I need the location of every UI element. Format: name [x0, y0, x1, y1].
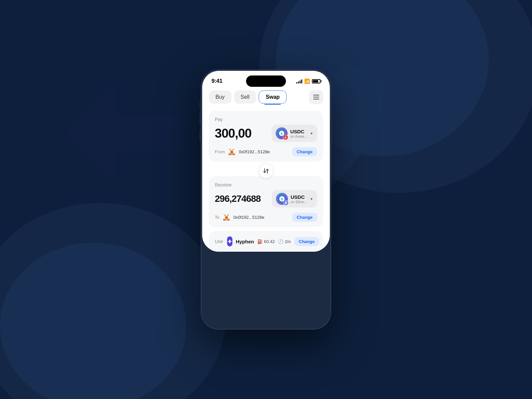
receive-token-selector[interactable]: $ USDC on Et: [272, 190, 317, 207]
receive-amount: 296,274688: [215, 194, 261, 204]
clock-icon: 🕐: [278, 239, 283, 244]
tab-bar: Buy Sell Swap: [209, 89, 323, 104]
cost-item: ⛽ €0.42: [257, 239, 275, 244]
receive-token-info: USDC on Ether...: [291, 194, 307, 204]
tab-swap[interactable]: Swap: [259, 90, 287, 104]
power-button: [331, 121, 332, 141]
receive-change-button[interactable]: Change: [292, 213, 317, 222]
ethereum-badge: [283, 200, 289, 205]
app-content: Buy Sell Swap Pay 300,00: [202, 89, 330, 252]
menu-line-3: [313, 99, 319, 99]
use-label: Use: [215, 239, 223, 244]
silent-button: [200, 101, 201, 109]
svg-marker-25: [233, 152, 233, 153]
menu-button[interactable]: [309, 90, 323, 104]
avalanche-badge: A: [283, 135, 288, 140]
status-icons: 📶: [296, 78, 321, 84]
receive-token-icon: $: [276, 193, 288, 205]
pay-token-name: USDC: [290, 129, 307, 134]
receive-main-row: 296,274688 $: [215, 190, 317, 207]
hyphen-name: Hyphen: [236, 239, 254, 244]
use-change-button[interactable]: Change: [294, 237, 320, 246]
pay-token-chevron: ▼: [310, 132, 313, 135]
swap-arrow-container: [209, 164, 323, 178]
wifi-icon: 📶: [304, 78, 310, 84]
pay-token-info: USDC on Avala...: [290, 129, 307, 138]
status-time: 9:41: [211, 78, 222, 84]
swap-arrows-icon: [263, 168, 269, 174]
receive-token-name: USDC: [291, 194, 307, 200]
svg-marker-33: [232, 148, 235, 152]
dynamic-island: [246, 75, 286, 87]
svg-marker-24: [230, 152, 231, 153]
use-bar: Use Hyphen ⛽ €0.42 🕐 2m: [209, 231, 323, 252]
pay-main-row: 300,00 $ A: [215, 125, 317, 142]
pay-label: Pay: [215, 117, 317, 122]
phone-screen: 9:41 📶 Buy Sell: [202, 71, 330, 252]
receive-token-chain: on Ether...: [291, 200, 307, 204]
svg-text:$: $: [281, 198, 283, 201]
menu-line-1: [313, 95, 319, 95]
receive-address-text: 0x0f192...5128e: [233, 215, 264, 220]
receive-card: Receive 296,274688 $: [209, 176, 323, 227]
pay-address-row: From: [215, 147, 317, 156]
from-label: From: [215, 149, 225, 154]
signal-icon: [296, 79, 302, 83]
receive-address-row: To: [215, 213, 317, 222]
svg-text:$: $: [281, 132, 282, 135]
gas-icon: ⛽: [257, 239, 263, 244]
pay-address-text: 0x0f192...5128e: [239, 149, 270, 154]
time-value: 2m: [285, 239, 291, 244]
menu-line-2: [313, 97, 319, 97]
svg-marker-54: [224, 218, 225, 219]
use-meta: ⛽ €0.42 🕐 2m: [257, 239, 291, 244]
pay-token-icon: $ A: [276, 127, 288, 139]
pay-card: Pay 300,00 $ A: [209, 111, 323, 162]
receive-label: Receive: [215, 182, 317, 188]
svg-marker-55: [227, 218, 228, 219]
phone-frame: 9:41 📶 Buy Sell: [201, 70, 331, 329]
cost-value: €0.42: [264, 239, 275, 244]
battery-icon: [312, 79, 321, 83]
pay-token-selector[interactable]: $ A USDC on Avala... ▼: [272, 125, 317, 142]
tab-buy[interactable]: Buy: [209, 90, 231, 104]
pay-token-chain: on Avala...: [290, 134, 307, 138]
metamask-icon: [227, 148, 236, 156]
pay-amount: 300,00: [215, 126, 251, 141]
tab-buttons: Buy Sell Swap: [209, 90, 287, 104]
svg-marker-63: [226, 214, 229, 218]
swap-direction-button[interactable]: [259, 164, 273, 178]
tab-sell[interactable]: Sell: [234, 90, 256, 104]
volume-up-button: [200, 113, 201, 125]
svg-rect-66: [229, 240, 230, 243]
hyphen-icon: [227, 236, 232, 246]
to-label: To: [215, 215, 219, 220]
volume-down-button: [200, 130, 201, 142]
receive-metamask-icon: [222, 213, 231, 222]
receive-token-chevron: ▼: [310, 197, 313, 201]
pay-address-left: From: [215, 148, 270, 156]
receive-address-left: To: [215, 213, 264, 222]
pay-change-button[interactable]: Change: [292, 147, 317, 156]
time-item: 🕐 2m: [278, 239, 291, 244]
